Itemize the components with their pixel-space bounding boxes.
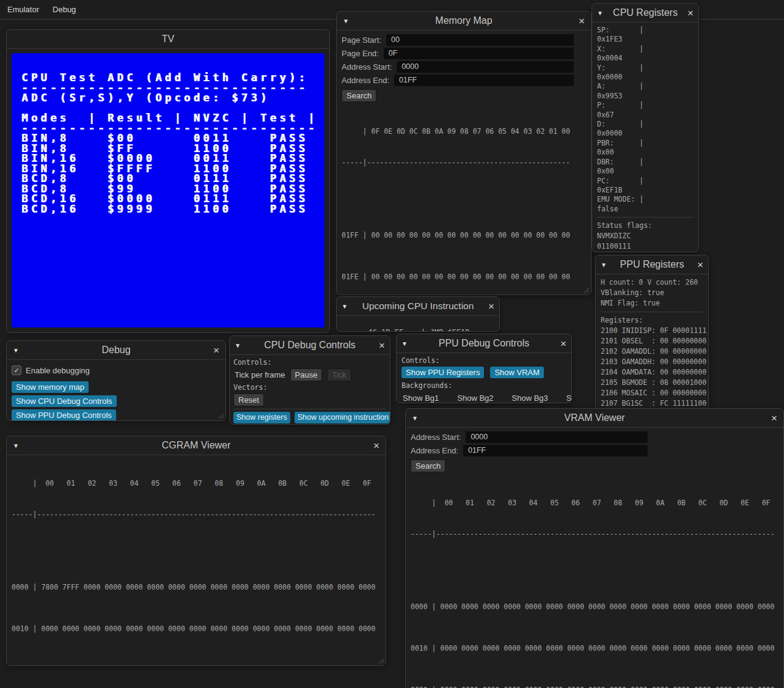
collapse-icon[interactable]: ▼ bbox=[412, 415, 418, 422]
table-row: 01FE|00 00 00 00 00 00 00 00 00 00 00 00… bbox=[342, 272, 574, 282]
table-header-row: | 00 01 02 03 04 05 06 07 08 09 0A 0B 0C… bbox=[411, 498, 779, 508]
register-row: PBR:| 0x00 bbox=[597, 139, 694, 158]
register-value: 0x00 bbox=[597, 167, 694, 176]
window-title: CPU Debug Controls bbox=[230, 340, 390, 351]
cpu-debug-controls-titlebar: ▼ CPU Debug Controls × bbox=[230, 336, 390, 355]
ppu-register-row: 2103 OAMADDH: 00 00000000 bbox=[601, 357, 703, 367]
reset-button[interactable]: Reset bbox=[233, 393, 264, 406]
show-window-button[interactable]: Show PPU Registers bbox=[401, 367, 484, 378]
address-input[interactable]: 01FF bbox=[463, 445, 648, 456]
search-button[interactable]: Search bbox=[342, 89, 376, 102]
divider bbox=[597, 217, 694, 218]
show-registers-button[interactable]: Show registers bbox=[233, 412, 290, 423]
register-value: 0xEF1B bbox=[597, 186, 694, 195]
cpu-registers-titlebar: ▼ CPU Registers × bbox=[592, 4, 698, 23]
register-value: false bbox=[597, 205, 694, 214]
ppu-debug-controls-window: ▼ PPU Debug Controls × Controls: Show PP… bbox=[396, 334, 572, 403]
upcoming-instruction-window: ▼ Upcoming CPU Instruction × 4C 1B EF __… bbox=[336, 296, 500, 332]
address-input[interactable]: 01FF bbox=[394, 75, 574, 86]
address-input[interactable]: 00 bbox=[386, 34, 574, 46]
collapse-icon[interactable]: ▼ bbox=[342, 303, 348, 310]
ppu-register-row: 2104 OAMDATA: 00 00000000 bbox=[601, 367, 703, 378]
show-window-button[interactable]: Show memory map bbox=[12, 381, 89, 393]
collapse-icon[interactable]: ▼ bbox=[13, 442, 19, 449]
field-label: Page End: bbox=[342, 49, 379, 58]
show-window-button[interactable]: Show VRAM bbox=[490, 367, 544, 378]
tv-titlebar: TV bbox=[7, 30, 329, 49]
register-value: 0x0000 bbox=[597, 129, 694, 138]
register-row: P:| 0x67 bbox=[597, 101, 694, 120]
table-separator: -----|----------------------------------… bbox=[411, 529, 779, 540]
collapse-icon[interactable]: ▼ bbox=[235, 342, 241, 349]
collapse-icon[interactable]: ▼ bbox=[343, 18, 349, 24]
register-row: DBR:| 0x00 bbox=[597, 158, 694, 177]
ppu-register-row: 2106 MOSAIC : 00 00000000 bbox=[601, 388, 703, 398]
address-input[interactable]: 0000 bbox=[397, 61, 574, 73]
window-title: PPU Registers bbox=[596, 259, 708, 270]
register-row: SP:| 0x1FE3 bbox=[597, 26, 694, 45]
show-bg-button[interactable]: Show Bg1 bbox=[401, 392, 440, 403]
table-row: 0010|0000 0000 0000 0000 0000 0000 0000 … bbox=[12, 624, 381, 634]
register-row: X:| 0x0004 bbox=[597, 45, 694, 64]
show-window-button[interactable]: Show PPU Debug Controls bbox=[12, 409, 116, 421]
tick-button[interactable]: Tick bbox=[327, 368, 351, 381]
collapse-icon[interactable]: ▼ bbox=[597, 10, 603, 16]
show-bg-button[interactable]: Show Bg2 bbox=[456, 392, 494, 403]
search-button[interactable]: Search bbox=[411, 459, 445, 472]
close-icon[interactable]: × bbox=[687, 8, 694, 18]
close-icon[interactable]: × bbox=[560, 339, 566, 349]
cgram-titlebar: ▼ CGRAM Viewer × bbox=[7, 436, 386, 455]
collapse-icon[interactable]: ▼ bbox=[401, 340, 408, 347]
controls-heading: Controls: bbox=[233, 357, 386, 367]
show-upcoming-instruction-button[interactable]: Show upcoming instruction bbox=[295, 412, 390, 423]
cpu-registers-window: ▼ CPU Registers × SP:| 0x1FE3 X:| 0x0004 bbox=[592, 3, 699, 252]
show-bg-button[interactable]: Show Bg3 bbox=[511, 392, 549, 403]
pause-button[interactable]: Pause bbox=[290, 368, 323, 381]
close-icon[interactable]: × bbox=[213, 345, 219, 356]
field-label: Address Start: bbox=[411, 433, 461, 442]
window-title: TV bbox=[7, 34, 329, 45]
window-title: VRAM Viewer bbox=[406, 412, 783, 423]
collapse-icon[interactable]: ▼ bbox=[601, 262, 607, 268]
debug-window: ▼ Debug × ✓ Enable debugging Show memory… bbox=[6, 340, 226, 421]
close-icon[interactable]: × bbox=[697, 260, 703, 270]
form-field: Address End: 01FF bbox=[342, 75, 574, 86]
ppu-register-row: 2105 BGMODE : 08 00001000 bbox=[601, 378, 703, 388]
divider bbox=[601, 312, 703, 312]
checkbox-label: Enable debugging bbox=[26, 366, 90, 375]
table-separator: -----|----------------------------------… bbox=[12, 510, 381, 520]
close-icon[interactable]: × bbox=[771, 413, 777, 423]
window-title: PPU Debug Controls bbox=[397, 338, 571, 349]
close-icon[interactable]: × bbox=[579, 16, 585, 26]
ppu-info-line: H count: 0 V count: 260 bbox=[601, 277, 703, 288]
menu-item[interactable]: Debug bbox=[53, 5, 76, 14]
close-icon[interactable]: × bbox=[379, 340, 385, 351]
field-label: Page Start: bbox=[342, 35, 381, 45]
show-window-button[interactable]: Show CPU Debug Controls bbox=[12, 395, 117, 407]
table-header-row: |0F 0E 0D 0C 0B 0A 09 08 07 06 05 04 03 … bbox=[342, 126, 574, 137]
memory-map-window: ▼ Memory Map × Page Start: 00 Page End: … bbox=[336, 11, 592, 295]
address-input[interactable]: 0F bbox=[384, 48, 574, 59]
window-title: Upcoming CPU Instruction bbox=[337, 301, 499, 312]
field-label: Address End: bbox=[342, 76, 389, 85]
backgrounds-heading: Backgrounds: bbox=[401, 381, 566, 390]
form-field: Address End: 01FF bbox=[411, 445, 648, 456]
register-value: 0x67 bbox=[597, 111, 694, 120]
close-icon[interactable]: × bbox=[373, 441, 379, 451]
register-value: 0x9953 bbox=[597, 92, 694, 101]
table-header-row: | 00 01 02 03 04 05 06 07 08 09 0A 0B 0C… bbox=[12, 478, 381, 489]
menu-item[interactable]: Emulator bbox=[7, 5, 39, 14]
ppu-register-row: 2100 INIDISP: 0F 00001111 bbox=[601, 326, 703, 336]
vram-viewer-window: ▼ VRAM Viewer × Address Start: 0000 Addr… bbox=[405, 408, 784, 688]
collapse-icon[interactable]: ▼ bbox=[13, 347, 19, 354]
cpu-debug-controls-window: ▼ CPU Debug Controls × Controls: Tick pe… bbox=[229, 335, 390, 425]
vram-titlebar: ▼ VRAM Viewer × bbox=[406, 409, 783, 428]
tick-per-frame-label: Tick per frame bbox=[235, 370, 285, 379]
divider bbox=[233, 409, 386, 409]
cgram-viewer-window: ▼ CGRAM Viewer × | 00 01 02 03 04 05 06 … bbox=[6, 436, 386, 666]
close-icon[interactable]: × bbox=[488, 301, 494, 312]
address-input[interactable]: 0000 bbox=[466, 431, 648, 443]
enable-debugging-checkbox[interactable]: ✓ bbox=[12, 365, 21, 375]
show-bg-button[interactable]: Show Bg4 bbox=[565, 392, 572, 403]
register-row: EMU MODE:| false bbox=[597, 195, 694, 214]
